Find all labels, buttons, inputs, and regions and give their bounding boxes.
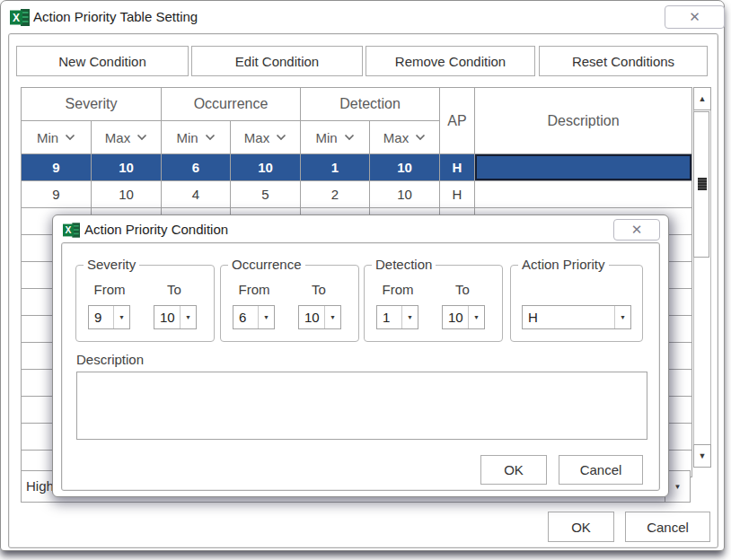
table-row[interactable]: 9 10 6 10 1 10 H: [22, 154, 692, 181]
detection-from-combobox[interactable]: 1 ▼: [376, 305, 418, 329]
table-cell[interactable]: H: [440, 154, 475, 181]
occurrence-to-combobox[interactable]: 10 ▼: [298, 305, 341, 329]
dropdown-arrow-icon[interactable]: ▼: [468, 306, 484, 328]
from-label: From: [233, 282, 276, 297]
dialog-close-button[interactable]: ✕: [613, 219, 660, 241]
severity-min-header[interactable]: Min: [22, 121, 92, 154]
ok-button[interactable]: OK: [548, 512, 614, 542]
table-cell[interactable]: 10: [92, 154, 162, 181]
detection-min-header[interactable]: Min: [301, 121, 370, 154]
occurrence-min-header[interactable]: Min: [162, 121, 231, 154]
svg-text:X: X: [13, 12, 20, 24]
legend-label: High: [26, 471, 54, 502]
action-priority-group: Action Priority H ▼: [510, 265, 643, 342]
close-icon: ✕: [631, 222, 643, 238]
action-priority-table-setting-window: X Action Priority Table Setting ✕ New Co…: [0, 0, 725, 551]
chevron-down-icon: [137, 134, 147, 141]
description-cell[interactable]: [475, 154, 692, 181]
severity-group-label: Severity: [84, 257, 139, 272]
dropdown-arrow-icon[interactable]: ▼: [324, 306, 340, 328]
table-cell[interactable]: 1: [301, 154, 370, 181]
severity-from-combobox[interactable]: 9 ▼: [88, 305, 130, 329]
dropdown-arrow-icon[interactable]: ▼: [614, 306, 630, 328]
table-cell[interactable]: 10: [370, 154, 440, 181]
edit-condition-button[interactable]: Edit Condition: [191, 46, 363, 76]
from-label: From: [88, 282, 131, 297]
occurrence-max-header[interactable]: Max: [231, 121, 301, 154]
to-label: To: [297, 282, 340, 297]
dropdown-arrow-icon[interactable]: ▼: [258, 306, 274, 328]
description-textarea[interactable]: [76, 372, 647, 440]
detection-to-combobox[interactable]: 10 ▼: [442, 305, 485, 329]
scrollbar-grip-icon: [698, 178, 707, 190]
dropdown-arrow-icon[interactable]: ▼: [113, 306, 129, 328]
severity-group-header: Severity: [22, 88, 162, 121]
cancel-button[interactable]: Cancel: [625, 512, 710, 542]
window-title: Action Priority Table Setting: [33, 1, 198, 33]
occurrence-group: Occurrence From To 6 ▼ 10 ▼: [220, 265, 359, 342]
from-label: From: [376, 282, 419, 297]
close-icon: ✕: [689, 9, 700, 25]
description-label: Description: [76, 352, 144, 367]
occurrence-group-label: Occurrence: [228, 257, 305, 272]
dropdown-arrow-icon: ▼: [674, 483, 682, 491]
to-label: To: [153, 282, 196, 297]
table-cell[interactable]: H: [440, 181, 475, 208]
window-titlebar: X Action Priority Table Setting ✕: [1, 1, 724, 33]
severity-group: Severity From To 9 ▼ 10 ▼: [75, 265, 215, 342]
table-cell[interactable]: 10: [92, 181, 162, 208]
scroll-up-button[interactable]: ▲: [693, 87, 711, 110]
dialog-ok-button[interactable]: OK: [480, 455, 547, 485]
scroll-down-icon: ▼: [699, 451, 707, 460]
action-priority-group-label: Action Priority: [518, 257, 609, 272]
table-group-header-row: Severity Occurrence Detection AP Descrip…: [22, 88, 692, 121]
excel-icon: X: [63, 223, 80, 238]
svg-text:X: X: [66, 225, 72, 235]
ap-column-header: AP: [440, 88, 475, 154]
table-cell[interactable]: 9: [22, 154, 92, 181]
description-column-header: Description: [475, 88, 692, 154]
table-cell[interactable]: 9: [22, 181, 92, 208]
dropdown-arrow-icon[interactable]: ▼: [180, 306, 196, 328]
severity-to-combobox[interactable]: 10 ▼: [154, 305, 197, 329]
table-cell[interactable]: 4: [162, 181, 231, 208]
scroll-down-button[interactable]: ▼: [693, 444, 711, 468]
action-priority-combobox[interactable]: H ▼: [522, 305, 631, 329]
new-condition-button[interactable]: New Condition: [16, 46, 189, 76]
chevron-down-icon: [344, 134, 355, 141]
dialog-title: Action Priority Condition: [84, 215, 228, 244]
detection-group-header: Detection: [301, 88, 440, 121]
table-row[interactable]: 9 10 4 5 2 10 H: [22, 181, 692, 208]
dialog-cancel-button[interactable]: Cancel: [559, 455, 643, 485]
severity-max-header[interactable]: Max: [92, 121, 162, 154]
detection-group-label: Detection: [372, 257, 436, 272]
table-cell[interactable]: 5: [231, 181, 301, 208]
table-cell[interactable]: 2: [301, 181, 370, 208]
detection-group: Detection From To 1 ▼ 10 ▼: [364, 265, 503, 342]
scroll-up-icon: ▲: [699, 94, 707, 103]
chevron-down-icon: [415, 134, 426, 141]
remove-condition-button[interactable]: Remove Condition: [366, 46, 535, 76]
action-priority-condition-dialog: X Action Priority Condition ✕ Severity F…: [52, 214, 669, 497]
reset-conditions-button[interactable]: Reset Conditions: [539, 46, 708, 76]
table-cell[interactable]: 10: [231, 154, 301, 181]
excel-icon: X: [10, 9, 30, 26]
window-close-button[interactable]: ✕: [665, 5, 725, 29]
chevron-down-icon: [276, 134, 286, 141]
table-cell[interactable]: 10: [370, 181, 440, 208]
occurrence-from-combobox[interactable]: 6 ▼: [233, 305, 275, 329]
detection-max-header[interactable]: Max: [370, 121, 440, 154]
chevron-down-icon: [65, 134, 75, 141]
to-label: To: [441, 282, 484, 297]
table-cell[interactable]: 6: [162, 154, 231, 181]
chevron-down-icon: [205, 134, 216, 141]
table-vertical-scrollbar[interactable]: ▲ ▼: [693, 87, 711, 468]
occurrence-group-header: Occurrence: [162, 88, 301, 121]
dropdown-arrow-icon[interactable]: ▼: [401, 306, 418, 328]
description-cell[interactable]: [475, 181, 692, 208]
